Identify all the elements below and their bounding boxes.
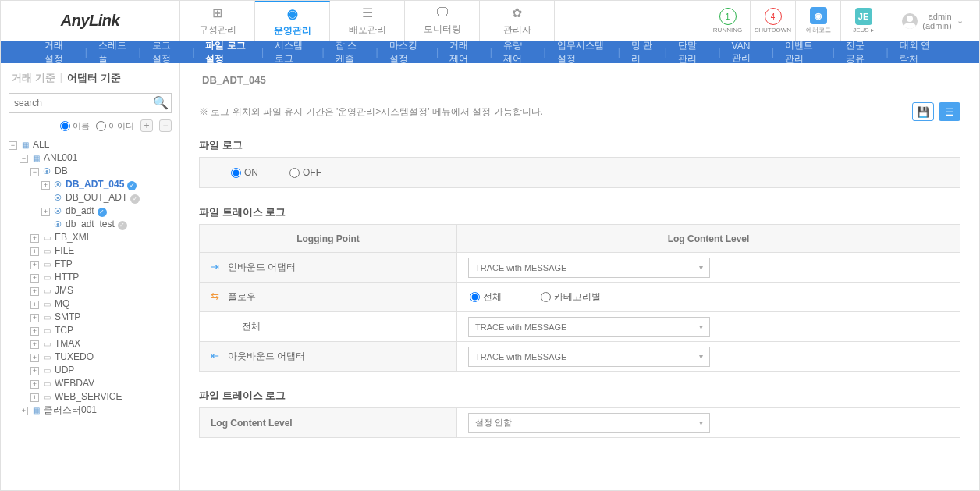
- proto-icon: ▭: [41, 393, 52, 402]
- tree-toggle[interactable]: +: [30, 327, 39, 336]
- subnav-item[interactable]: 거래 제어: [445, 39, 484, 66]
- topnav-config[interactable]: ⊞구성관리: [180, 1, 255, 41]
- subnav-item[interactable]: 대외 연락처: [895, 39, 940, 66]
- tree-toggle[interactable]: +: [20, 407, 28, 415]
- tree-toggle[interactable]: +: [30, 340, 39, 349]
- col-logging-point: Logging Point: [200, 225, 457, 253]
- collapse-all-button[interactable]: −: [159, 119, 172, 132]
- status-jeus[interactable]: JEJEUS ▸: [840, 1, 886, 41]
- tree-node[interactable]: UDP: [55, 365, 74, 375]
- tree-toggle[interactable]: +: [30, 287, 39, 296]
- tree-toggle[interactable]: +: [30, 301, 39, 309]
- subnav-item-active[interactable]: 파일 로그 설정: [201, 39, 255, 66]
- topnav-deploy[interactable]: ☰배포관리: [330, 1, 405, 41]
- tree-node[interactable]: WEBDAV: [55, 378, 94, 389]
- tree-node[interactable]: EB_XML: [55, 232, 91, 243]
- radio-name[interactable]: 이름: [60, 120, 90, 132]
- tree-toggle[interactable]: +: [30, 247, 39, 256]
- tree-node[interactable]: WEB_SERVICE: [55, 391, 122, 402]
- search-input[interactable]: [9, 93, 172, 113]
- subnav: 거래 설정| 스레드 풀| 로그 설정| 파일 로그 설정| 시스템 로그| 잡…: [1, 41, 979, 63]
- subnav-item[interactable]: 이벤트 관리: [780, 39, 826, 66]
- subnav-item[interactable]: 로그 설정: [147, 39, 186, 66]
- status-shutdown[interactable]: 4SHUTDOWN: [750, 1, 795, 41]
- save-button[interactable]: 💾: [912, 102, 934, 121]
- subnav-item[interactable]: 업무시스템 설정: [552, 39, 612, 66]
- tree-toggle[interactable]: +: [41, 208, 50, 216]
- radio-flow-category[interactable]: 카테고리별: [541, 290, 601, 304]
- dropdown-inbound-level[interactable]: TRACE with MESSAGE: [468, 258, 710, 278]
- subnav-item[interactable]: 잡 스케줄: [331, 39, 370, 66]
- status-errcode[interactable]: ◉에러코드: [795, 1, 840, 41]
- tree-node[interactable]: MQ: [55, 298, 69, 309]
- subnav-item[interactable]: 거래 설정: [40, 39, 79, 66]
- tree-node[interactable]: SMTP: [55, 311, 80, 322]
- proto-icon: ▭: [41, 247, 52, 256]
- subnav-item[interactable]: 스레드 풀: [94, 39, 133, 66]
- tree-toggle[interactable]: −: [20, 155, 28, 163]
- subnav-item[interactable]: 망 관리: [627, 39, 659, 66]
- expand-all-button[interactable]: +: [140, 119, 153, 132]
- radio-flow-all[interactable]: 전체: [470, 290, 502, 304]
- tree-node[interactable]: DB_OUT_ADT: [66, 192, 127, 203]
- topnav-monitoring[interactable]: 🖵모니터링: [405, 1, 480, 41]
- topnav-operation[interactable]: ◉운영관리: [255, 1, 330, 41]
- tree-node[interactable]: JMS: [55, 285, 73, 296]
- subnav-item[interactable]: 단말 관리: [673, 39, 712, 66]
- tree-toggle[interactable]: +: [30, 234, 39, 243]
- user-menu[interactable]: admin(admin) ⌄: [886, 12, 979, 30]
- tree-node[interactable]: ANL001: [44, 152, 77, 163]
- radio-on[interactable]: ON: [231, 167, 258, 178]
- save-icon: 💾: [917, 106, 929, 118]
- tree-node-db[interactable]: DB: [55, 165, 68, 176]
- search-icon[interactable]: 🔍: [153, 95, 169, 110]
- user-name: admin: [922, 12, 951, 21]
- col-log-content-level: Log Content Level: [457, 225, 960, 253]
- tree-toggle[interactable]: +: [41, 181, 50, 190]
- status-running[interactable]: 1RUNNING: [705, 1, 750, 41]
- row-label-flow: 플로우: [228, 291, 256, 302]
- list-button[interactable]: ☰: [939, 102, 960, 121]
- tree-node[interactable]: db_adt_test: [66, 219, 115, 229]
- tree-node[interactable]: TMAX: [55, 338, 80, 349]
- db-icon: ⦿: [52, 194, 63, 203]
- tree-node-selected[interactable]: DB_ADT_045: [66, 179, 124, 190]
- section-title-filelog: 파일 로그: [199, 138, 960, 152]
- subnav-item[interactable]: 마스킹 설정: [385, 39, 430, 66]
- radio-id[interactable]: 아이디: [96, 120, 134, 132]
- dropdown-trace2-level[interactable]: 설정 안함: [468, 413, 710, 433]
- sidetab-adapter[interactable]: 어댑터 기준: [67, 71, 121, 85]
- tree-node[interactable]: TUXEDO: [55, 351, 94, 362]
- sidetab-transaction[interactable]: 거래 기준: [12, 71, 55, 85]
- tree-node[interactable]: db_adt: [66, 205, 94, 216]
- subnav-item[interactable]: 유량 제어: [499, 39, 538, 66]
- tree-toggle[interactable]: +: [30, 380, 39, 389]
- tree-toggle[interactable]: +: [30, 274, 39, 283]
- topnav-label: 관리자: [503, 23, 531, 37]
- list-icon: ☰: [945, 106, 954, 118]
- dropdown-flow-level[interactable]: TRACE with MESSAGE: [468, 317, 710, 337]
- tree-toggle[interactable]: +: [30, 393, 39, 402]
- subnav-item[interactable]: 시스템 로그: [270, 39, 315, 66]
- subnav-item[interactable]: 전문 공유: [841, 39, 880, 66]
- tree-toggle[interactable]: −: [9, 141, 17, 150]
- tree-toggle[interactable]: −: [30, 168, 39, 176]
- tree-toggle[interactable]: +: [30, 354, 39, 362]
- dropdown-outbound-level[interactable]: TRACE with MESSAGE: [468, 347, 710, 367]
- tree-node-cluster[interactable]: 클러스터001: [44, 404, 97, 415]
- tree-node[interactable]: FILE: [55, 245, 74, 256]
- tree-node[interactable]: HTTP: [55, 272, 79, 283]
- tree-toggle[interactable]: +: [30, 367, 39, 375]
- topnav-admin[interactable]: ✿관리자: [480, 1, 555, 41]
- tree-toggle[interactable]: +: [30, 314, 39, 322]
- subnav-item[interactable]: VAN 관리: [727, 41, 766, 65]
- tree-node-all[interactable]: ALL: [33, 139, 49, 150]
- tree-toggle[interactable]: +: [30, 261, 39, 269]
- list-icon: ☰: [362, 5, 373, 20]
- section-title-trace2: 파일 트레이스 로그: [199, 389, 960, 403]
- trace-table: Logging Point Log Content Level ⇥인바운드 어댑…: [199, 224, 960, 372]
- tree-node[interactable]: TCP: [55, 325, 73, 336]
- chevron-down-icon: ⌄: [957, 16, 964, 26]
- radio-off[interactable]: OFF: [289, 167, 321, 178]
- tree-node[interactable]: FTP: [55, 258, 73, 269]
